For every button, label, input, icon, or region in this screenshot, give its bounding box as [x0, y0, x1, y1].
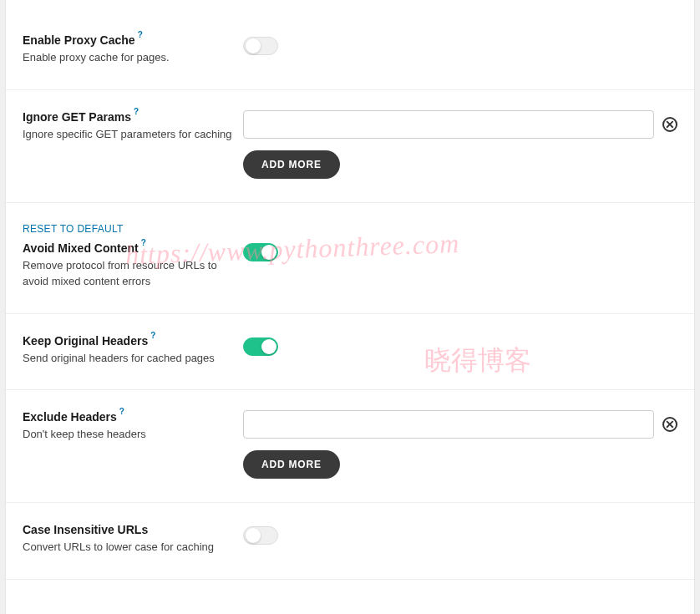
title-text: Keep Original Headers	[23, 334, 148, 348]
title-text: Avoid Mixed Content	[23, 241, 139, 255]
remove-icon[interactable]: ✕	[662, 417, 677, 432]
setting-keep-original-headers: Keep Original Headers ? Send original he…	[6, 314, 694, 391]
setting-control	[243, 33, 677, 55]
title-text: Ignore GET Params	[23, 110, 131, 124]
input-row: ✕	[243, 110, 677, 139]
keep-original-headers-toggle[interactable]	[243, 337, 278, 356]
setting-exclude-headers: Exclude Headers ? Don't keep these heade…	[6, 390, 694, 503]
title-text: Exclude Headers	[23, 410, 117, 424]
case-insensitive-urls-toggle[interactable]	[243, 526, 278, 545]
setting-label-group: Exclude Headers ? Don't keep these heade…	[23, 410, 243, 443]
toggle-knob	[246, 38, 261, 53]
add-more-button[interactable]: ADD MORE	[243, 450, 340, 479]
ignore-get-params-input[interactable]	[243, 110, 654, 139]
help-icon[interactable]: ?	[134, 107, 139, 116]
title-text: Case Insensitive URLs	[23, 523, 148, 536]
title-text: Enable Proxy Cache	[23, 33, 135, 47]
setting-title: Exclude Headers ?	[23, 410, 243, 424]
setting-control: ✕ ADD MORE	[243, 410, 677, 479]
settings-panel: Enable Proxy Cache ? Enable proxy cache …	[5, 0, 695, 614]
setting-description: Send original headers for cached pages	[23, 351, 243, 367]
setting-description: Don't keep these headers	[23, 427, 243, 443]
setting-enable-proxy-cache: Enable Proxy Cache ? Enable proxy cache …	[6, 0, 694, 90]
add-more-button[interactable]: ADD MORE	[243, 150, 340, 179]
setting-title: Keep Original Headers ?	[23, 334, 243, 348]
enable-proxy-cache-toggle[interactable]	[243, 37, 278, 55]
setting-label-group: Ignore GET Params ? Ignore specific GET …	[23, 110, 243, 143]
setting-description: Ignore specific GET parameters for cachi…	[23, 127, 243, 143]
setting-ignore-get-params: Ignore GET Params ? Ignore specific GET …	[6, 90, 694, 203]
help-icon[interactable]: ?	[150, 331, 155, 340]
toggle-knob	[261, 245, 276, 260]
input-row: ✕	[243, 410, 677, 439]
help-icon[interactable]: ?	[141, 238, 146, 247]
setting-case-insensitive-urls: Case Insensitive URLs Convert URLs to lo…	[6, 503, 694, 580]
reset-to-default-link[interactable]: RESET TO DEFAULT	[23, 223, 243, 235]
help-icon[interactable]: ?	[138, 30, 143, 39]
setting-title: Avoid Mixed Content ?	[23, 241, 243, 255]
setting-description: Remove protocol from resource URLs to av…	[23, 258, 243, 290]
remove-icon[interactable]: ✕	[662, 117, 677, 132]
setting-control	[243, 223, 677, 261]
setting-label-group: Enable Proxy Cache ? Enable proxy cache …	[23, 33, 243, 66]
setting-avoid-mixed-content: RESET TO DEFAULT Avoid Mixed Content ? R…	[6, 203, 694, 314]
setting-description: Enable proxy cache for pages.	[23, 50, 243, 66]
setting-title: Case Insensitive URLs	[23, 523, 243, 536]
setting-control	[243, 334, 677, 356]
setting-label-group: RESET TO DEFAULT Avoid Mixed Content ? R…	[23, 223, 243, 290]
setting-control: ✕ ADD MORE	[243, 110, 677, 179]
exclude-headers-input[interactable]	[243, 410, 654, 439]
setting-label-group: Keep Original Headers ? Send original he…	[23, 334, 243, 367]
toggle-knob	[261, 339, 276, 354]
setting-label-group: Case Insensitive URLs Convert URLs to lo…	[23, 523, 243, 556]
help-icon[interactable]: ?	[119, 407, 124, 416]
setting-title: Enable Proxy Cache ?	[23, 33, 243, 47]
setting-control	[243, 523, 677, 545]
toggle-knob	[246, 528, 261, 543]
setting-title: Ignore GET Params ?	[23, 110, 243, 124]
avoid-mixed-content-toggle[interactable]	[243, 243, 278, 261]
setting-description: Convert URLs to lower case for caching	[23, 540, 243, 556]
